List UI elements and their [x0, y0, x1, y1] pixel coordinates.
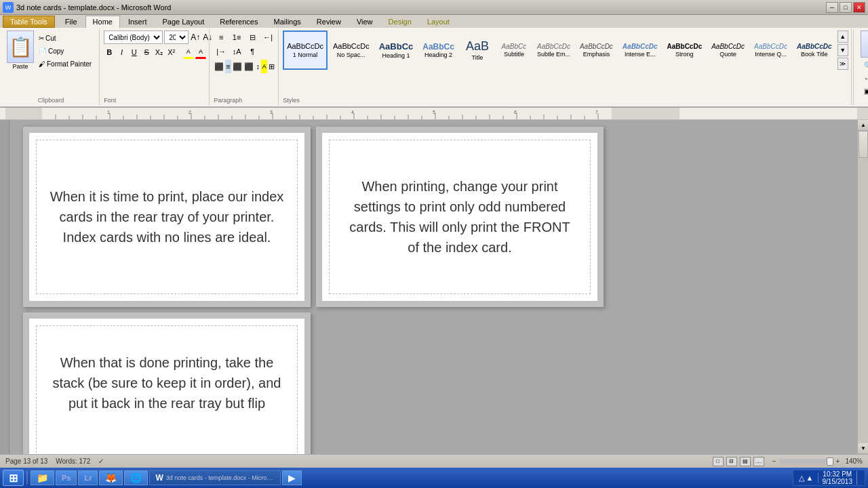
styles-expand[interactable]: ≫: [837, 58, 848, 70]
bullets-button[interactable]: ≡: [214, 30, 229, 44]
view-normal-button[interactable]: □: [713, 457, 724, 466]
taskbar-firefox[interactable]: 🦊: [99, 470, 123, 485]
style-quote[interactable]: AaBbCcDc Quote: [707, 30, 749, 70]
styles-scroll-down[interactable]: ▼: [837, 44, 848, 56]
tab-design[interactable]: Design: [381, 16, 419, 28]
paste-button[interactable]: 📋 Paste: [7, 30, 34, 96]
replace-button[interactable]: ↔Replace: [861, 72, 868, 84]
style-subtle-emphasis[interactable]: AaBbCcDc Subtle Em...: [533, 30, 574, 70]
tab-page-layout[interactable]: Page Layout: [155, 16, 212, 28]
zoom-handle[interactable]: [827, 458, 833, 466]
tab-file[interactable]: File: [58, 16, 85, 28]
highlight-button[interactable]: A: [183, 45, 194, 59]
multilevel-button[interactable]: ⊟: [245, 30, 260, 44]
index-card-2[interactable]: When printing, change your print setting…: [321, 132, 598, 302]
sort-button[interactable]: ↕A: [229, 45, 244, 58]
taskbar-lightroom[interactable]: Lr: [78, 470, 98, 485]
strikethrough-button[interactable]: S: [141, 45, 152, 59]
tab-layout[interactable]: Layout: [420, 16, 457, 28]
font-color-button[interactable]: A: [195, 45, 206, 59]
superscript-button[interactable]: X²: [166, 45, 177, 59]
tab-review[interactable]: Review: [309, 16, 349, 28]
style-normal[interactable]: AaBbCcDc 1 Normal: [283, 30, 328, 70]
align-left-button[interactable]: ⬛: [214, 60, 224, 73]
taskbar-chrome[interactable]: 🌐: [124, 470, 148, 485]
increase-indent-button[interactable]: |→: [214, 45, 229, 58]
find-button[interactable]: 🔍Find: [861, 59, 868, 71]
para-align-row: ⬛ ≡ ⬛ ⬛ ↕ A ⊞: [214, 60, 275, 73]
start-button[interactable]: ⊞: [3, 470, 24, 486]
tray-icons[interactable]: △ ▲: [799, 474, 814, 483]
scroll-thumb[interactable]: [859, 131, 868, 158]
maximize-button[interactable]: □: [840, 2, 852, 13]
right-scrollbar[interactable]: ▲ ▼: [857, 120, 868, 454]
copy-button[interactable]: 📄Copy: [35, 45, 95, 57]
zoom-slider[interactable]: [779, 459, 833, 464]
align-center-button[interactable]: ≡: [225, 60, 231, 73]
decrease-indent-button[interactable]: ←|: [260, 30, 275, 44]
styles-scroll-up[interactable]: ▲: [837, 30, 848, 43]
style-heading1[interactable]: AaBbCc Heading 1: [375, 30, 418, 70]
view-web-button[interactable]: ⊟: [726, 457, 737, 466]
close-button[interactable]: ✕: [853, 2, 865, 13]
select-button[interactable]: ▣Select: [861, 85, 868, 97]
taskbar-windows-explorer[interactable]: 📁: [31, 470, 54, 485]
view-read-button[interactable]: 📖: [753, 457, 764, 466]
zoom-in-icon[interactable]: +: [836, 458, 840, 465]
format-painter-button[interactable]: 🖌Format Painter: [35, 58, 95, 70]
tab-view[interactable]: View: [349, 16, 380, 28]
increase-font-button[interactable]: A↑: [190, 30, 201, 44]
title-bar-buttons[interactable]: ─ □ ✕: [826, 2, 865, 13]
minimize-button[interactable]: ─: [826, 2, 838, 13]
font-size-select[interactable]: 20: [164, 30, 189, 44]
index-card-1[interactable]: When it is time to print, place our inde…: [28, 132, 305, 302]
card-text-1: When it is time to print, place our inde…: [29, 166, 304, 268]
style-intense-quote[interactable]: AaBbCcDc Intense Q...: [750, 30, 791, 70]
style-strong[interactable]: AaBbCcDc Strong: [663, 30, 707, 70]
change-styles-button[interactable]: A ChangeStyles: [861, 30, 868, 58]
scroll-track[interactable]: [858, 131, 868, 443]
taskbar-vlc[interactable]: ▶: [282, 470, 302, 485]
scroll-up-button[interactable]: ▲: [858, 120, 868, 131]
shading-button[interactable]: A: [261, 60, 267, 73]
cut-button[interactable]: ✂Cut: [35, 32, 95, 44]
font-format-row: B I U S X₂ X² A A: [104, 45, 206, 59]
style-intense-emphasis[interactable]: AaBbCcDc Intense E...: [618, 30, 662, 70]
view-print-button[interactable]: ▤: [740, 457, 751, 466]
show-hide-button[interactable]: ¶: [245, 45, 260, 58]
style-book-title[interactable]: AaBbCcDc Book Title: [793, 30, 836, 70]
underline-button[interactable]: U: [129, 45, 140, 59]
card-text-3: When that is done printing, take the sta…: [29, 319, 304, 434]
style-no-spacing[interactable]: AaBbCcDc No Spac...: [329, 30, 374, 70]
tab-home[interactable]: Home: [85, 16, 120, 28]
card-wrapper-3: When that is done printing, take the sta…: [23, 312, 311, 454]
table-tools-tab[interactable]: Table Tools: [3, 16, 55, 28]
align-right-button[interactable]: ⬛: [232, 60, 243, 73]
taskbar-photoshop[interactable]: Ps: [56, 470, 77, 485]
svg-text:6: 6: [514, 110, 517, 115]
tab-mailings[interactable]: Mailings: [266, 16, 308, 28]
font-name-select[interactable]: Calibri (Body): [104, 30, 163, 44]
document-area[interactable]: When it is time to print, place our inde…: [9, 120, 857, 454]
index-card-3[interactable]: When that is done printing, take the sta…: [28, 318, 305, 454]
border-button[interactable]: ⊞: [268, 60, 275, 73]
line-spacing-button[interactable]: ↕: [255, 60, 261, 73]
taskbar-word[interactable]: W 3d note cards - template.docx - Micros…: [149, 470, 280, 485]
tab-references[interactable]: References: [212, 16, 265, 28]
bold-button[interactable]: B: [104, 45, 115, 59]
status-bar-left: Page 13 of 13 Words: 172 ✓: [5, 458, 104, 465]
show-desktop-button[interactable]: [856, 471, 859, 485]
style-title[interactable]: AaB Title: [460, 30, 495, 70]
subscript-button[interactable]: X₂: [153, 45, 164, 59]
scroll-down-button[interactable]: ▼: [858, 443, 868, 454]
zoom-out-icon[interactable]: −: [772, 458, 776, 465]
style-heading2[interactable]: AaBbCc Heading 2: [418, 30, 458, 70]
spell-check-icon[interactable]: ✓: [98, 458, 104, 465]
style-emphasis[interactable]: AaBbCcDc Emphasis: [576, 30, 617, 70]
style-subtitle[interactable]: AaBbCc Subtitle: [496, 30, 532, 70]
numbering-button[interactable]: 1≡: [229, 30, 244, 44]
italic-button[interactable]: I: [116, 45, 127, 59]
tab-insert[interactable]: Insert: [121, 16, 155, 28]
justify-button[interactable]: ⬛: [243, 60, 254, 73]
title-bar-left: W 3d note cards - template.docx - Micros…: [3, 2, 171, 13]
